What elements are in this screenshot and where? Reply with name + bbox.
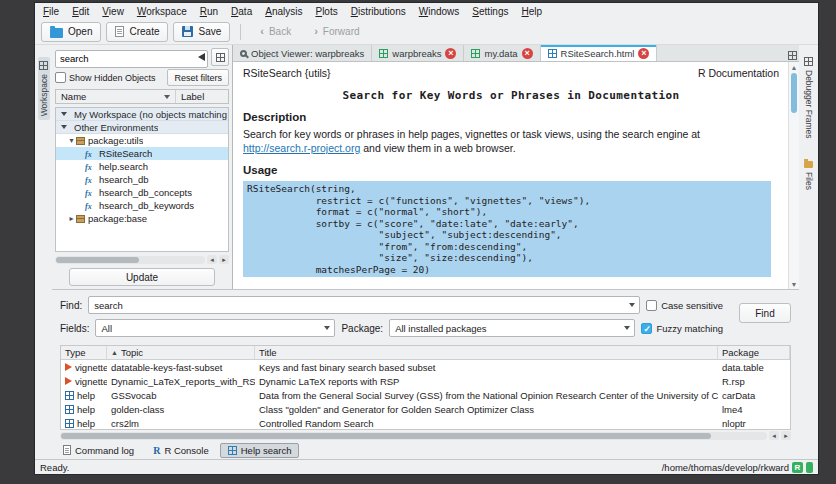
results-hscroll-track[interactable] — [60, 432, 767, 440]
tree-item-hsearch-db-keywords[interactable]: hsearch_db_keywords — [56, 199, 228, 212]
tab-my-data[interactable]: my.data — [464, 45, 540, 61]
scroll-left-icon[interactable]: ◂ — [769, 431, 779, 440]
menu-item-help[interactable]: Help — [521, 6, 542, 17]
tree-category-other-environments[interactable]: Other Environments — [56, 121, 228, 134]
expander-icon[interactable]: ▸ — [67, 214, 76, 223]
results-header: Type ▲ Topic Title Package — [61, 346, 790, 360]
chevron-down-icon — [61, 125, 67, 129]
fields-combo[interactable]: All — [95, 319, 335, 337]
help-search-panel: Find: search Case sensitive Fields: All … — [52, 289, 799, 441]
show-hidden-checkbox[interactable] — [55, 72, 66, 83]
left-tool-strip: Workspace — [35, 45, 52, 459]
function-icon — [85, 174, 96, 185]
result-row[interactable]: helpGSSvocabData from the General Social… — [61, 388, 790, 402]
result-row[interactable]: helpgolden-classClass "golden" and Gener… — [61, 402, 790, 416]
title-column-header[interactable]: Title — [255, 346, 718, 359]
files-folder-icon — [804, 161, 813, 168]
workspace-search-input[interactable] — [55, 50, 208, 68]
fuzzy-matching-checkbox[interactable] — [641, 323, 652, 334]
case-sensitive-checkbox[interactable] — [646, 300, 657, 311]
expander-icon[interactable]: ▾ — [67, 136, 76, 145]
tree-item-help-search[interactable]: help.search — [56, 160, 228, 173]
clear-search-icon[interactable] — [198, 53, 205, 61]
scroll-right-icon[interactable]: ▸ — [219, 255, 229, 264]
help-vscroll-thumb[interactable] — [791, 73, 797, 113]
menu-item-plots[interactable]: Plots — [315, 6, 337, 17]
chevron-down-icon — [61, 112, 67, 116]
package-combo[interactable]: All installed packages — [389, 319, 635, 337]
tree-category-my-workspace-no-objects-matchi[interactable]: My Workspace (no objects matching filter… — [56, 108, 228, 121]
save-icon — [182, 26, 193, 37]
debugger-frames-toolview-button[interactable]: Debugger Frames — [803, 53, 815, 143]
save-button[interactable]: Save — [173, 22, 230, 42]
topic-column-label: Topic — [121, 347, 143, 358]
result-row[interactable]: vignetteDynamic_LaTeX_reports_with_RSPDy… — [61, 374, 790, 388]
tree-item-package-base[interactable]: ▸package:base — [56, 212, 228, 225]
scroll-up-icon[interactable]: ▲ — [789, 62, 799, 72]
package-column-header[interactable]: Package — [718, 346, 790, 359]
tab-object-viewer-warpbreaks[interactable]: Object Viewer: warpbreaks — [233, 45, 372, 61]
tool-tab-command-log[interactable]: Command log — [55, 443, 142, 458]
menu-item-run[interactable]: Run — [200, 6, 218, 17]
close-icon[interactable] — [638, 48, 649, 59]
forward-button[interactable]: › Forward — [305, 22, 368, 42]
title-column-label: Title — [259, 347, 277, 358]
tab-warpbreaks[interactable]: warpbreaks — [372, 45, 464, 61]
fuzzy-matching-group: Fuzzy matching — [641, 323, 723, 334]
close-icon[interactable] — [445, 48, 456, 59]
topic-column-header[interactable]: ▲ Topic — [107, 346, 255, 359]
label-column-header[interactable]: Label — [176, 90, 228, 103]
workspace-toolview-label: Workspace — [39, 74, 49, 116]
menu-item-distributions[interactable]: Distributions — [351, 6, 406, 17]
files-toolview-button[interactable]: Files — [803, 157, 815, 194]
tab-rsitesearch-html[interactable]: RSiteSearch.html — [541, 45, 658, 61]
tree-item-hsearch-db-concepts[interactable]: hsearch_db_concepts — [56, 186, 228, 199]
update-button[interactable]: Update — [69, 268, 215, 286]
tree-item-package-utils[interactable]: ▾package:utils — [56, 134, 228, 147]
find-button[interactable]: Find — [739, 303, 791, 323]
tool-tab-r-console[interactable]: R Console — [145, 443, 217, 458]
tab-label: my.data — [484, 48, 517, 59]
usage-code[interactable]: RSiteSearch(string, restrict = c("functi… — [243, 181, 771, 277]
name-column-header[interactable]: Name — [56, 90, 176, 103]
menu-item-view[interactable]: View — [102, 6, 124, 17]
result-row[interactable]: helpcrs2lmControlled Random Searchnloptr — [61, 416, 790, 430]
results-hscroll-thumb[interactable] — [61, 433, 711, 439]
help-vscrollbar[interactable]: ▲ ▼ — [788, 62, 799, 289]
menu-item-windows[interactable]: Windows — [419, 6, 460, 17]
tool-tabbar: Command logR ConsoleHelp search — [52, 441, 799, 459]
type-column-header[interactable]: Type — [61, 346, 107, 359]
back-button[interactable]: ‹ Back — [251, 22, 300, 42]
r-engine-badge: R — [792, 462, 803, 473]
menu-item-edit[interactable]: Edit — [72, 6, 89, 17]
tree-label: My Workspace (no objects matching filter… — [74, 109, 228, 120]
close-icon[interactable] — [522, 48, 533, 59]
result-row[interactable]: vignettedatatable-keys-fast-subsetKeys a… — [61, 360, 790, 374]
reset-filters-button[interactable]: Reset filters — [167, 69, 229, 86]
menu-item-settings[interactable]: Settings — [472, 6, 508, 17]
open-button[interactable]: Open — [41, 22, 101, 42]
tree-hscroll-track[interactable] — [55, 256, 205, 264]
create-button[interactable]: Create — [106, 22, 168, 42]
package-label: Package: — [341, 323, 383, 334]
tree-hscroll-thumb[interactable] — [56, 257, 139, 263]
forward-chevron-icon: › — [314, 26, 318, 37]
tree-hscrollbar[interactable]: ◂ ▸ — [55, 255, 229, 264]
scroll-down-icon[interactable]: ▼ — [789, 279, 799, 289]
tree-label: hsearch_db_concepts — [99, 187, 192, 198]
results-hscrollbar[interactable]: ◂ ▸ — [60, 431, 791, 440]
search-engine-link[interactable]: http://search.r-project.org — [243, 142, 360, 154]
menu-item-analysis[interactable]: Analysis — [265, 6, 302, 17]
scroll-right-icon[interactable]: ▸ — [781, 431, 791, 440]
tree-item-hsearch-db[interactable]: hsearch_db — [56, 173, 228, 186]
workspace-toolview-button[interactable]: Workspace — [38, 57, 50, 120]
menu-item-file[interactable]: File — [43, 6, 59, 17]
scroll-left-icon[interactable]: ◂ — [207, 255, 217, 264]
menu-item-data[interactable]: Data — [231, 6, 252, 17]
tool-tab-help-search[interactable]: Help search — [220, 443, 300, 458]
tree-item-rsitesearch[interactable]: RSiteSearch — [56, 147, 228, 160]
menu-item-workspace[interactable]: Workspace — [137, 6, 187, 17]
filter-options-button[interactable] — [211, 48, 229, 66]
find-term-combo[interactable]: search — [88, 296, 640, 314]
package-cell: R.rsp — [718, 376, 790, 387]
